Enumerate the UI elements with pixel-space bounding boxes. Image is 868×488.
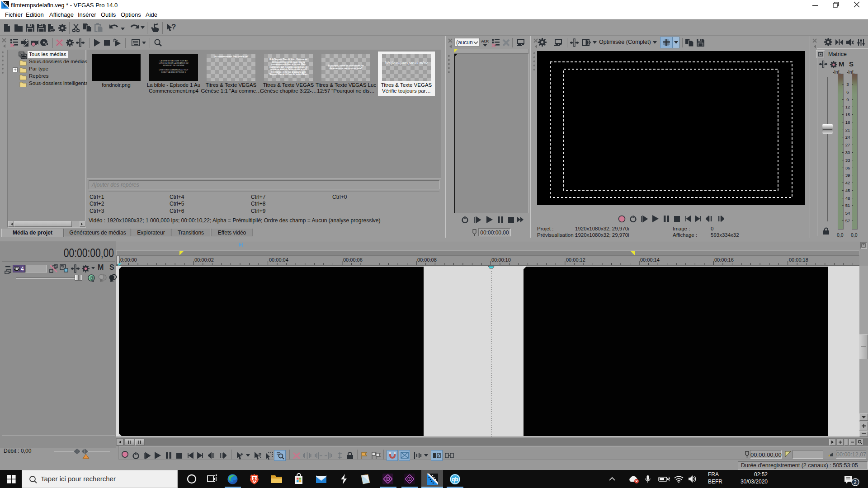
svg-text:qb: qb [452, 476, 458, 483]
svg-text:ABC: ABC [481, 38, 489, 43]
svg-text:@: @ [90, 276, 94, 281]
svg-text:2: 2 [854, 479, 857, 485]
svg-text:?: ? [171, 23, 176, 31]
